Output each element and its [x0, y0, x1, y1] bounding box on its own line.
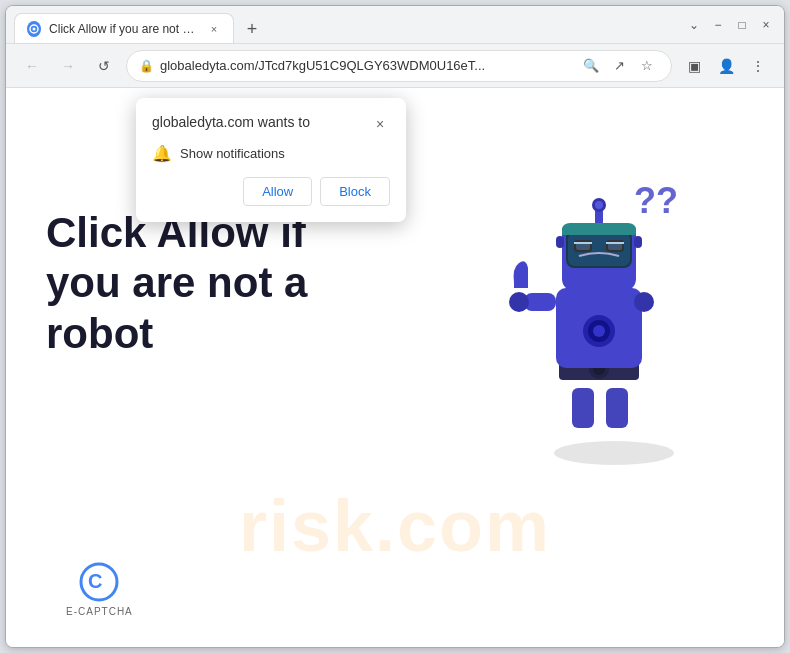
share-icon[interactable]: ↗ [607, 54, 631, 78]
svg-text:C: C [88, 570, 102, 592]
svg-rect-5 [606, 388, 628, 428]
svg-rect-4 [572, 388, 594, 428]
popup-notification-row: 🔔 Show notifications [152, 144, 390, 163]
allow-button[interactable]: Allow [243, 177, 312, 206]
svg-point-20 [595, 201, 603, 209]
permission-popup: globaledyta.com wants to × 🔔 Show notifi… [136, 98, 406, 222]
page-heading: Click Allow if you are not a robot [46, 208, 307, 359]
popup-close-button[interactable]: × [370, 114, 390, 134]
popup-header: globaledyta.com wants to × [152, 114, 390, 134]
more-options-icon[interactable]: ⋮ [744, 52, 772, 80]
tab-favicon [27, 21, 41, 37]
browser-window: Click Allow if you are not a robot × + ⌄… [5, 5, 785, 648]
svg-rect-30 [634, 236, 642, 248]
heading-line2: you are not a [46, 259, 307, 306]
profile-icon[interactable]: 👤 [712, 52, 740, 80]
forward-button[interactable]: → [54, 52, 82, 80]
ecaptcha-label: E-CAPTCHA [66, 606, 133, 617]
popup-actions: Allow Block [152, 177, 390, 206]
tab-close-button[interactable]: × [207, 21, 221, 37]
page-content: risk.com Click Allow if you are not a ro… [6, 88, 784, 647]
svg-point-16 [634, 292, 654, 312]
window-controls: ⌄ − □ × [684, 15, 776, 35]
svg-text:??: ?? [634, 180, 678, 221]
svg-point-12 [593, 325, 605, 337]
ecaptcha-logo-icon: C [79, 562, 119, 602]
back-button[interactable]: ← [18, 52, 46, 80]
ecaptcha-section: C E-CAPTCHA [66, 562, 133, 617]
tab-bar: Click Allow if you are not a robot × + [14, 6, 684, 43]
watermark-text: risk.com [239, 485, 551, 567]
new-tab-button[interactable]: + [238, 15, 266, 43]
url-actions: 🔍 ↗ ☆ [579, 54, 659, 78]
block-button[interactable]: Block [320, 177, 390, 206]
heading-line3: robot [46, 310, 153, 357]
notification-text: Show notifications [180, 146, 285, 161]
svg-point-14 [509, 292, 529, 312]
close-button[interactable]: × [756, 15, 776, 35]
svg-point-2 [554, 441, 674, 465]
bookmark-icon[interactable]: ☆ [635, 54, 659, 78]
sidebar-icon[interactable]: ▣ [680, 52, 708, 80]
search-icon[interactable]: 🔍 [579, 54, 603, 78]
toolbar-actions: ▣ 👤 ⋮ [680, 52, 772, 80]
popup-title: globaledyta.com wants to [152, 114, 310, 130]
svg-point-1 [33, 27, 36, 30]
maximize-button[interactable]: □ [732, 15, 752, 35]
svg-rect-32 [562, 228, 636, 235]
minimize-button[interactable]: − [708, 15, 728, 35]
tab-title: Click Allow if you are not a robot [49, 22, 199, 36]
robot-illustration: ?? [484, 168, 724, 488]
bell-icon: 🔔 [152, 144, 172, 163]
svg-rect-15 [604, 293, 636, 311]
url-bar[interactable]: 🔒 globaledyta.com/JTcd7kgU51C9QLGY63WDM0… [126, 50, 672, 82]
active-tab[interactable]: Click Allow if you are not a robot × [14, 13, 234, 43]
lock-icon: 🔒 [139, 59, 154, 73]
refresh-button[interactable]: ↺ [90, 52, 118, 80]
svg-rect-29 [556, 236, 564, 248]
address-bar: ← → ↺ 🔒 globaledyta.com/JTcd7kgU51C9QLGY… [6, 44, 784, 88]
title-bar: Click Allow if you are not a robot × + ⌄… [6, 6, 784, 44]
chevron-down-icon[interactable]: ⌄ [684, 15, 704, 35]
url-text: globaledyta.com/JTcd7kgU51C9QLGY63WDM0U1… [160, 58, 573, 73]
